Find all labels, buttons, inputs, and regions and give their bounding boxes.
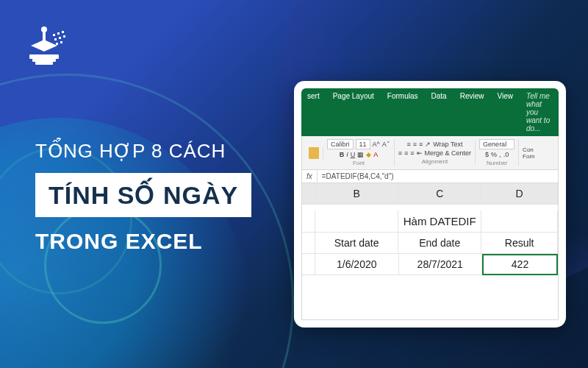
merge-center-button[interactable]: Merge & Center: [425, 149, 472, 157]
alignment-group-label: Alignment: [422, 158, 448, 165]
currency-icon[interactable]: $: [485, 151, 489, 158]
svg-rect-3: [43, 31, 46, 41]
row-header[interactable]: [302, 210, 315, 233]
empty-cells[interactable]: [302, 275, 558, 319]
font-size-select[interactable]: 11: [356, 139, 370, 149]
headline-line-3: TRONG EXCEL: [35, 229, 251, 254]
svg-rect-1: [32, 59, 56, 62]
headline-highlight-box: TÍNH SỐ NGÀY: [35, 173, 251, 217]
decrease-font-icon[interactable]: A˅: [382, 141, 390, 148]
increase-decimal-icon[interactable]: .0: [503, 151, 509, 158]
paste-icon[interactable]: [309, 147, 319, 159]
increase-font-icon[interactable]: A^: [373, 141, 380, 148]
svg-rect-9: [59, 37, 61, 39]
cell-end-date[interactable]: 28/7/2021: [399, 254, 483, 275]
tell-me-box[interactable]: Tell me what you want to do...: [520, 88, 559, 136]
font-group: Calibri 11 A^ A˅ B I U ▦ ◆ A Font: [323, 139, 395, 166]
underline-icon[interactable]: U: [351, 151, 356, 158]
formula-bar: fx =DATEDIF(B4,C4,"d"): [301, 170, 559, 183]
column-header[interactable]: B: [315, 183, 398, 205]
svg-rect-5: [53, 34, 55, 36]
number-format-select[interactable]: General: [479, 139, 514, 149]
table-row: Hàm DATEDIF: [302, 210, 558, 233]
cell[interactable]: [481, 210, 558, 233]
ribbon-tab[interactable]: Data: [426, 88, 453, 136]
column-header-row: B C D: [302, 183, 558, 205]
ribbon-toolbar: Calibri 11 A^ A˅ B I U ▦ ◆ A Font ≡ ≡ ≡ …: [301, 136, 559, 170]
svg-point-4: [41, 26, 47, 32]
align-icon[interactable]: ≡: [419, 141, 423, 148]
bold-icon[interactable]: B: [340, 151, 345, 158]
fx-label[interactable]: fx: [302, 170, 318, 183]
align-icon[interactable]: ≡: [413, 141, 417, 148]
fill-color-icon[interactable]: ◆: [366, 151, 371, 158]
wrap-text-button[interactable]: Wrap Text: [433, 141, 462, 148]
number-group: General $ % , .0 Number: [476, 139, 519, 166]
row-header[interactable]: [302, 254, 315, 275]
italic-icon[interactable]: I: [346, 151, 348, 158]
conditional-formatting-button[interactable]: Con Forn: [523, 146, 534, 160]
cell-result-selected[interactable]: 422: [482, 254, 558, 275]
formula-text[interactable]: =DATEDIF(B4,C4,"d"): [318, 170, 558, 183]
cell-header[interactable]: End date: [398, 233, 481, 254]
svg-rect-12: [60, 41, 62, 43]
row-header[interactable]: [302, 233, 315, 254]
svg-rect-6: [57, 32, 60, 35]
ribbon-tab[interactable]: Formulas: [381, 88, 424, 136]
corner-cell[interactable]: [302, 183, 315, 205]
svg-rect-7: [62, 31, 64, 33]
table-row: Start date End date Result: [302, 233, 558, 254]
headline-block: TỔNG HỢP 8 CÁCH TÍNH SỐ NGÀY TRONG EXCEL: [35, 140, 251, 254]
headline-line-2: TÍNH SỐ NGÀY: [49, 180, 238, 210]
orientation-icon[interactable]: ↗: [425, 141, 431, 148]
column-header[interactable]: C: [398, 183, 481, 205]
percent-icon[interactable]: %: [491, 151, 497, 158]
brand-logo: [24, 24, 71, 74]
clipboard-group: [305, 147, 323, 159]
svg-rect-0: [29, 54, 59, 59]
border-icon[interactable]: ▦: [357, 151, 364, 158]
svg-rect-11: [56, 43, 58, 45]
ribbon-tab[interactable]: sert: [301, 88, 326, 136]
ribbon-tab[interactable]: View: [491, 88, 519, 136]
comma-icon[interactable]: ,: [499, 151, 501, 158]
svg-rect-10: [63, 35, 65, 38]
align-icon[interactable]: ≡: [404, 149, 408, 157]
styles-group: Con Forn: [519, 146, 538, 160]
font-color-icon[interactable]: A: [373, 151, 378, 158]
alignment-group: ≡ ≡ ≡ ↗ Wrap Text ≡ ≡ ≡ ⇤ Merge & Center…: [395, 141, 476, 165]
font-name-select[interactable]: Calibri: [327, 139, 354, 149]
ribbon-tab[interactable]: Page Layout: [327, 88, 380, 136]
table-row: 1/6/2020 28/7/2021 422: [302, 254, 558, 275]
indent-icon[interactable]: ⇤: [417, 149, 423, 157]
align-icon[interactable]: ≡: [406, 141, 410, 148]
cell[interactable]: [315, 210, 398, 233]
align-icon[interactable]: ≡: [398, 149, 402, 157]
cell-title[interactable]: Hàm DATEDIF: [398, 210, 481, 233]
font-group-label: Font: [353, 160, 365, 166]
number-group-label: Number: [487, 160, 507, 166]
ribbon-tabs: sert Page Layout Formulas Data Review Vi…: [301, 88, 559, 136]
align-icon[interactable]: ≡: [410, 149, 414, 157]
svg-rect-8: [54, 38, 57, 40]
svg-rect-2: [35, 62, 53, 65]
spreadsheet-grid: B C D Hàm DATEDIF Start date End date Re…: [301, 183, 559, 320]
excel-screenshot-card: sert Page Layout Formulas Data Review Vi…: [294, 81, 566, 328]
cell-start-date[interactable]: 1/6/2020: [315, 254, 399, 275]
cell-header[interactable]: Result: [481, 233, 558, 254]
ribbon-tab[interactable]: Review: [454, 88, 490, 136]
cell-header[interactable]: Start date: [315, 233, 398, 254]
headline-line-1: TỔNG HỢP 8 CÁCH: [35, 140, 251, 163]
column-header[interactable]: D: [481, 183, 558, 205]
